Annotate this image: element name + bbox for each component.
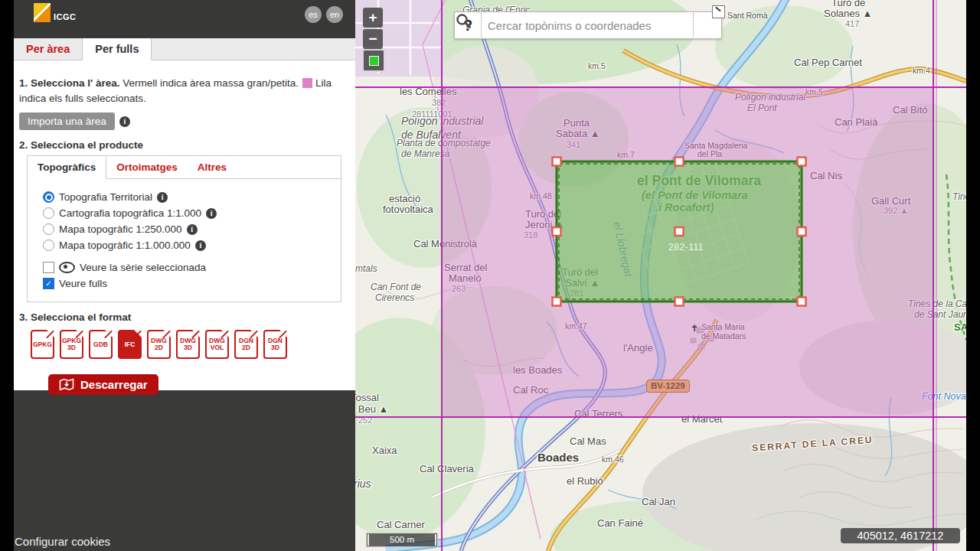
- tab-per-area[interactable]: Per àrea: [14, 38, 82, 60]
- product-tab-ortoimatges[interactable]: Ortoimatges: [106, 156, 188, 178]
- radio-label: Mapa topogràfic 1:1.000.000: [59, 240, 191, 251]
- format-label: 2D: [155, 344, 163, 351]
- download-map-icon: [59, 378, 74, 391]
- radio-topografia-territorial[interactable]: [43, 191, 54, 203]
- lang-button-en[interactable]: en: [326, 6, 343, 23]
- lang-button-es[interactable]: es: [305, 6, 322, 23]
- radio-label: Mapa topogràfic 1:250.000: [59, 223, 182, 235]
- format-label: 3D: [184, 344, 192, 351]
- checkbox-label: Veure fulls: [59, 278, 107, 289]
- product-tab-topografics[interactable]: Topogràfics: [28, 156, 106, 179]
- format-label: VOL: [211, 344, 224, 351]
- tab-per-fulls[interactable]: Per fulls: [82, 38, 152, 60]
- product-tabs: Topogràfics Ortoimatges Altres: [28, 156, 341, 179]
- brand-name: ICGC: [54, 12, 77, 21]
- icgc-download-app: ICGC es en Per àrea Per fulls 1. Selecci…: [14, 0, 966, 551]
- coordinates-display: 405012, 4617212: [841, 528, 960, 543]
- format-label: 2D: [242, 344, 250, 351]
- checkbox-veure-fulls[interactable]: [43, 278, 54, 289]
- format-icon-dwg-vol[interactable]: DWGVOL: [205, 330, 229, 359]
- radio-mapa-1-1000000[interactable]: [43, 240, 54, 251]
- format-icon-gpkg[interactable]: GPKG: [31, 330, 54, 359]
- format-icon-gdb[interactable]: GDB: [89, 330, 113, 359]
- product-tab-altres[interactable]: Altres: [188, 156, 237, 178]
- map-viewport[interactable]: Granja de l'EnricSant RomàTuró deSolanes…: [355, 0, 966, 551]
- info-icon[interactable]: [206, 208, 217, 219]
- search-bar: ?: [454, 11, 722, 39]
- format-icon-gpkg-3d[interactable]: GPKG3D: [60, 330, 83, 359]
- info-icon[interactable]: [187, 224, 198, 235]
- search-input[interactable]: [482, 19, 693, 32]
- panel-header: ICGC es en: [14, 0, 355, 38]
- step1-text: 1. Selecciona l' àrea. Vermell indica àr…: [19, 76, 345, 106]
- radio-label: Cartografia topogràfica 1:1.000: [59, 207, 201, 219]
- format-label: GPKG: [33, 341, 52, 348]
- format-icon-ifc[interactable]: IFC: [118, 330, 142, 359]
- zoom-in-button[interactable]: +: [363, 8, 383, 28]
- format-label: IFC: [125, 341, 136, 348]
- format-icon-dgn-3d[interactable]: DGN3D: [263, 330, 287, 359]
- church-cross-icon: ✝: [691, 323, 698, 332]
- mode-tabs: Per àrea Per fulls: [14, 38, 355, 60]
- scale-bar: 500 m: [366, 533, 438, 547]
- download-button[interactable]: Descarregar: [48, 374, 158, 395]
- product-box: Topogràfics Ortoimatges Altres Topografi…: [27, 155, 341, 302]
- info-icon[interactable]: [157, 192, 168, 203]
- info-icon[interactable]: [195, 240, 206, 251]
- step1-title: 1. Selecciona l' àrea.: [19, 77, 120, 89]
- selected-sheet-label: 282-111: [660, 242, 712, 253]
- checkbox-label: Veure la sèrie seleccionada: [80, 262, 206, 273]
- chapel-symbol-icon: [712, 5, 725, 18]
- eye-icon: [59, 262, 75, 273]
- format-list: GPKG GPKG3D GDB IFC DWG2D DWG3D DWGVOL D…: [31, 330, 355, 359]
- radio-mapa-1-250000[interactable]: [43, 223, 54, 235]
- download-panel: ICGC es en Per àrea Per fulls 1. Selecci…: [14, 0, 355, 551]
- format-label: GDB: [93, 341, 108, 348]
- format-label: 3D: [67, 344, 76, 351]
- step3-title: 3. Selecciona el format: [19, 311, 355, 323]
- download-label: Descarregar: [80, 378, 148, 391]
- lilac-legend-swatch: [302, 78, 312, 88]
- step1-desc: Vermell indica àrea massa gran/petita.: [122, 77, 299, 89]
- radio-cartografia-1-1000[interactable]: [43, 207, 54, 219]
- extent-button[interactable]: [362, 49, 385, 72]
- format-icon-dgn-2d[interactable]: DGN2D: [234, 330, 258, 359]
- icgc-logo-icon[interactable]: [34, 3, 51, 22]
- format-icon-dwg-3d[interactable]: DWG3D: [176, 330, 200, 359]
- info-icon[interactable]: [119, 116, 130, 127]
- format-label: 3D: [271, 344, 279, 351]
- radio-label: Topografia Territorial: [59, 191, 152, 203]
- format-icon-dwg-2d[interactable]: DWG2D: [147, 330, 171, 359]
- map-ui-layer: ✝ + − ? 282-111 500 m 405012, 4617212: [355, 0, 966, 551]
- step2-title: 2. Selecciona el producte: [19, 139, 355, 151]
- checkbox-veure-serie[interactable]: [43, 262, 54, 273]
- configure-cookies-link[interactable]: Configurar cookies: [15, 535, 110, 548]
- import-area-button[interactable]: Importa una àrea: [19, 112, 115, 130]
- panel-content: 1. Selecciona l' àrea. Vermell indica àr…: [14, 60, 355, 390]
- zoom-out-button[interactable]: −: [363, 29, 383, 49]
- extent-icon: [369, 56, 379, 66]
